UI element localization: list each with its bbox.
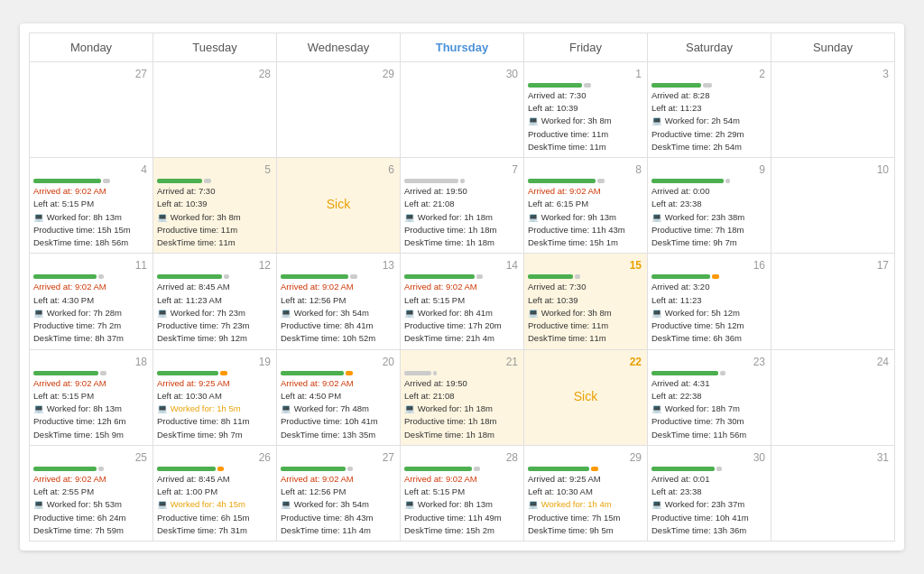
- worked-time: 💻 Worked for: 1h 18m: [404, 211, 520, 224]
- progress-bar: [157, 467, 216, 471]
- desktime: DeskTime time: 11m: [528, 332, 643, 345]
- arrived-time: Arrived at: 9:02 AM: [33, 473, 149, 486]
- day-number: 21: [404, 354, 520, 371]
- progress-bars: [33, 467, 149, 471]
- left-time: Left at: 21:08: [404, 390, 520, 403]
- productive-time: Productive time: 15h 15m: [33, 224, 149, 236]
- left-time: Left at: 10:39: [528, 294, 643, 307]
- progress-bar: [703, 83, 712, 88]
- day-info: Arrived at: 9:02 AMLeft at: 5:15 PM💻 Wor…: [404, 473, 520, 537]
- progress-bars: [281, 467, 396, 471]
- arrived-time: Arrived at: 7:30: [528, 281, 643, 293]
- progress-bar: [476, 274, 483, 279]
- productive-time: Productive time: 7h 30m: [651, 415, 767, 428]
- progress-bar: [597, 179, 605, 183]
- worked-time: 💻 Worked for: 8h 41m: [404, 307, 520, 319]
- progress-bars: [651, 467, 767, 471]
- arrived-time: Arrived at: 19:50: [404, 185, 520, 198]
- day-cell: 30Arrived at: 0:01Left at: 23:38💻 Worked…: [648, 446, 772, 542]
- day-number: 6: [281, 162, 396, 179]
- progress-bar: [528, 83, 582, 88]
- progress-bar: [204, 179, 211, 183]
- desktime: DeskTime time: 11h 56m: [651, 429, 767, 441]
- progress-bar: [346, 371, 353, 375]
- progress-bar: [651, 179, 724, 183]
- day-cell: 28: [153, 62, 277, 158]
- progress-bar: [404, 179, 458, 183]
- left-time: Left at: 5:15 PM: [404, 486, 520, 498]
- day-info: Arrived at: 0:01Left at: 23:38💻 Worked f…: [651, 473, 767, 537]
- day-number: 15: [528, 257, 643, 274]
- progress-bars: [157, 274, 273, 279]
- worked-time: 💻 Worked for: 9h 13m: [528, 211, 643, 224]
- day-cell: 18Arrived at: 9:02 AMLeft at: 5:15 PM💻 W…: [30, 350, 153, 446]
- productive-time: Productive time: 7h 18m: [651, 224, 767, 236]
- day-cell: 10: [772, 158, 895, 254]
- progress-bar: [347, 467, 353, 471]
- day-info: Arrived at: 9:02 AMLeft at: 4:30 PM💻 Wor…: [33, 281, 149, 345]
- desktime: DeskTime time: 6h 36m: [651, 332, 767, 345]
- progress-bars: [651, 83, 767, 88]
- productive-time: Productive time: 17h 20m: [404, 319, 520, 332]
- left-time: Left at: 2:55 PM: [33, 486, 149, 498]
- day-number: 30: [651, 449, 767, 467]
- progress-bar: [528, 467, 589, 471]
- day-cell: 14Arrived at: 9:02 AMLeft at: 5:15 PM💻 W…: [401, 254, 524, 349]
- progress-bar: [217, 467, 224, 471]
- arrived-time: Arrived at: 9:02 AM: [404, 473, 520, 486]
- day-info: Arrived at: 3:20Left at: 11:23💻 Worked f…: [651, 281, 767, 345]
- arrived-time: Arrived at: 9:25 AM: [157, 377, 273, 390]
- left-time: Left at: 10:30 AM: [528, 486, 643, 498]
- day-number: 13: [281, 257, 396, 274]
- left-time: Left at: 23:38: [651, 486, 767, 498]
- day-info: Arrived at: 9:25 AMLeft at: 10:30 AM💻 Wo…: [157, 377, 273, 441]
- progress-bars: [33, 274, 149, 279]
- progress-bars: [404, 274, 520, 279]
- day-info: Arrived at: 19:50Left at: 21:08💻 Worked …: [404, 185, 520, 249]
- progress-bar: [157, 274, 222, 279]
- progress-bars: [157, 179, 273, 183]
- day-number: 18: [33, 354, 149, 371]
- desktime: DeskTime time: 9h 7m: [651, 236, 767, 249]
- progress-bar: [157, 371, 218, 375]
- worked-time: 💻 Worked for: 5h 12m: [651, 307, 767, 319]
- progress-bars: [157, 371, 273, 375]
- day-cell: 31: [772, 446, 895, 542]
- progress-bars: [528, 83, 643, 88]
- left-time: Left at: 11:23: [651, 294, 767, 307]
- progress-bars: [157, 467, 273, 471]
- day-number: 5: [157, 162, 273, 179]
- day-info: Arrived at: 8:45 AMLeft at: 11:23 AM💻 Wo…: [157, 281, 273, 345]
- worked-time: 💻 Worked for: 3h 54m: [281, 498, 396, 511]
- day-cell: 3: [772, 62, 895, 158]
- arrived-time: Arrived at: 9:02 AM: [33, 281, 149, 293]
- progress-bar: [33, 467, 97, 471]
- day-cell: 6Sick: [277, 158, 401, 254]
- day-number: 8: [528, 162, 643, 179]
- progress-bars: [281, 371, 396, 375]
- progress-bars: [33, 179, 149, 183]
- progress-bar: [281, 467, 346, 471]
- day-cell: 27: [30, 62, 153, 158]
- arrived-time: Arrived at: 9:02 AM: [33, 185, 149, 198]
- progress-bar: [98, 274, 104, 279]
- progress-bar: [224, 274, 229, 279]
- productive-time: Productive time: 7h 2m: [33, 319, 149, 332]
- worked-time: 💻 Worked for: 7h 28m: [33, 307, 149, 319]
- left-time: Left at: 5:15 PM: [404, 294, 520, 307]
- left-time: Left at: 4:50 PM: [281, 390, 396, 403]
- productive-time: Productive time: 8h 41m: [281, 319, 396, 332]
- desktime: DeskTime time: 9h 7m: [157, 429, 273, 441]
- left-time: Left at: 5:15 PM: [33, 390, 149, 403]
- day-number: 11: [33, 257, 149, 274]
- productive-time: Productive time: 10h 41m: [281, 415, 396, 428]
- day-cell: 2Arrived at: 8:28Left at: 11:23💻 Worked …: [648, 62, 772, 158]
- left-time: Left at: 23:38: [651, 198, 767, 210]
- arrived-time: Arrived at: 9:02 AM: [528, 185, 643, 198]
- productive-time: Productive time: 11h 49m: [404, 512, 520, 524]
- day-cell: 26Arrived at: 8:45 AMLeft at: 1:00 PM💻 W…: [153, 446, 277, 542]
- progress-bar: [720, 371, 725, 375]
- day-cell: 29: [277, 62, 401, 158]
- desktime: DeskTime time: 9h 5m: [528, 524, 643, 537]
- arrived-time: Arrived at: 0:00: [651, 185, 767, 198]
